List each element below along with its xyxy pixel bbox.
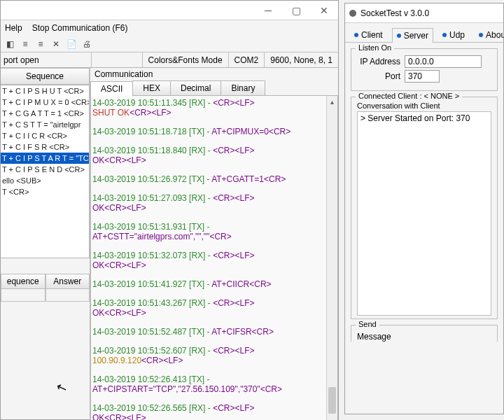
toolbar-icon-5[interactable]: 📄 [65, 38, 78, 50]
send-group: Send Message [351, 325, 498, 342]
menu-stop-communication[interactable]: Stop Communication (F6) [32, 23, 128, 33]
message-label: Message [357, 332, 391, 342]
sequence-list[interactable]: T + C I P S H U T <CR>T + C I P M U X = … [1, 85, 90, 258]
conversation-textarea[interactable]: > Server Started on Port: 370 [357, 111, 491, 316]
format-tab-decimal[interactable]: Decimal [170, 80, 221, 95]
menu-help[interactable]: Help [5, 23, 22, 33]
listen-on-group: Listen On IP Address Port [351, 48, 498, 91]
maximize-button[interactable]: ▢ [282, 1, 310, 20]
sockettest-tab-about[interactable]: About [474, 27, 504, 42]
port-input[interactable] [405, 70, 440, 83]
close-button[interactable]: ✕ [310, 1, 338, 20]
colors-fonts-mode[interactable]: Colors&Fonts Mode [142, 52, 228, 67]
bullet-icon [354, 33, 358, 37]
communication-label: Communication [90, 68, 338, 80]
toolbar-icon-6[interactable]: 🖨 [80, 38, 93, 50]
format-tab-ascii[interactable]: ASCII [90, 81, 133, 96]
port-label: Port [357, 71, 400, 81]
communication-log[interactable]: 14-03-2019 10:51:11.345 [RX] - <CR><LF> … [91, 96, 326, 420]
sockettest-window: SocketTest v 3.0.0 ClientServerUdpAbout … [344, 3, 504, 414]
toolbar-icon-1[interactable]: ◧ [4, 38, 16, 50]
sequence-item[interactable]: T + C I F S R <CR> [1, 141, 89, 153]
format-tab-binary[interactable]: Binary [220, 80, 265, 95]
sockettest-title-bar: SocketTest v 3.0.0 [345, 4, 503, 23]
bullet-icon [479, 33, 483, 37]
sockettest-title: SocketTest v 3.0.0 [360, 8, 429, 18]
left-panel: Sequence T + C I P S H U T <CR>T + C I P… [1, 68, 90, 420]
minimize-button[interactable]: ─ [254, 1, 282, 20]
sequence-item[interactable]: ello <SUB> [1, 175, 89, 186]
scrollbar[interactable]: ▴ ▾ [326, 96, 337, 420]
connected-client-group: Connected Client : < NONE > Conversation… [351, 97, 498, 319]
bullet-icon [442, 33, 447, 37]
menu-bar: Help Stop Communication (F6) [1, 20, 338, 36]
sequence-item[interactable]: T + C I P M U X = 0 <CR> [1, 97, 89, 108]
sequence-input[interactable] [1, 289, 46, 302]
toolbar-icon-2[interactable]: ≡ [19, 38, 31, 50]
ip-address-label: IP Address [357, 57, 400, 66]
status-bar: port open Colors&Fonts Mode COM2 9600, N… [1, 52, 338, 68]
sequence-item[interactable]: T + C I P S T A R T = "TCP [1, 153, 89, 164]
send-label: Send [356, 320, 379, 328]
serial-terminal-window: ─ ▢ ✕ Help Stop Communication (F6) ◧ ≡ ≡… [0, 0, 339, 420]
sequence-item[interactable]: T + C I P S E N D <CR> [1, 164, 89, 175]
app-icon [349, 10, 356, 17]
bullet-icon [397, 34, 401, 38]
tab-sequence[interactable]: equence [1, 274, 46, 289]
tab-answer[interactable]: Answer [46, 274, 90, 289]
scroll-up-icon[interactable]: ▴ [327, 96, 337, 107]
toolbar: ◧ ≡ ≡ ✕ 📄 🖨 [1, 36, 338, 52]
communication-panel: Communication ASCIIHEXDecimalBinary 14-0… [90, 68, 338, 420]
conversation-label: Conversation with Client [357, 102, 491, 110]
ip-address-input[interactable] [405, 55, 482, 68]
scroll-thumb[interactable] [328, 387, 336, 414]
toolbar-icon-3[interactable]: ≡ [34, 38, 47, 50]
format-tabs: ASCIIHEXDecimalBinary [90, 80, 338, 96]
sequence-item[interactable]: T + C G A T T = 1 <CR> [1, 108, 89, 119]
sequence-header[interactable]: Sequence [1, 68, 90, 85]
sockettest-tab-client[interactable]: Client [349, 27, 388, 42]
sockettest-tab-server[interactable]: Server [392, 28, 433, 43]
com-port[interactable]: COM2 [228, 52, 265, 67]
sequence-item[interactable]: T + C S T T = "airtelgpr [1, 119, 89, 130]
format-tab-hex[interactable]: HEX [132, 80, 171, 95]
answer-input[interactable] [46, 289, 90, 302]
toolbar-icon-4[interactable]: ✕ [50, 38, 62, 50]
sockettest-tabs: ClientServerUdpAbout [345, 23, 503, 43]
port-status: port open [1, 52, 92, 67]
serial-settings[interactable]: 9600, None, 8, 1 [264, 52, 338, 67]
sequence-item[interactable]: T + C I P S H U T <CR> [1, 85, 89, 97]
title-bar: ─ ▢ ✕ [1, 1, 338, 20]
scroll-down-icon[interactable]: ▾ [327, 415, 337, 420]
listen-on-label: Listen On [356, 43, 394, 52]
sequence-item[interactable]: T <CR> [1, 186, 89, 197]
sockettest-tab-udp[interactable]: Udp [438, 27, 470, 42]
sequence-item[interactable]: T + C I I C R <CR> [1, 130, 89, 141]
connected-client-label: Connected Client : < NONE > [356, 92, 462, 100]
